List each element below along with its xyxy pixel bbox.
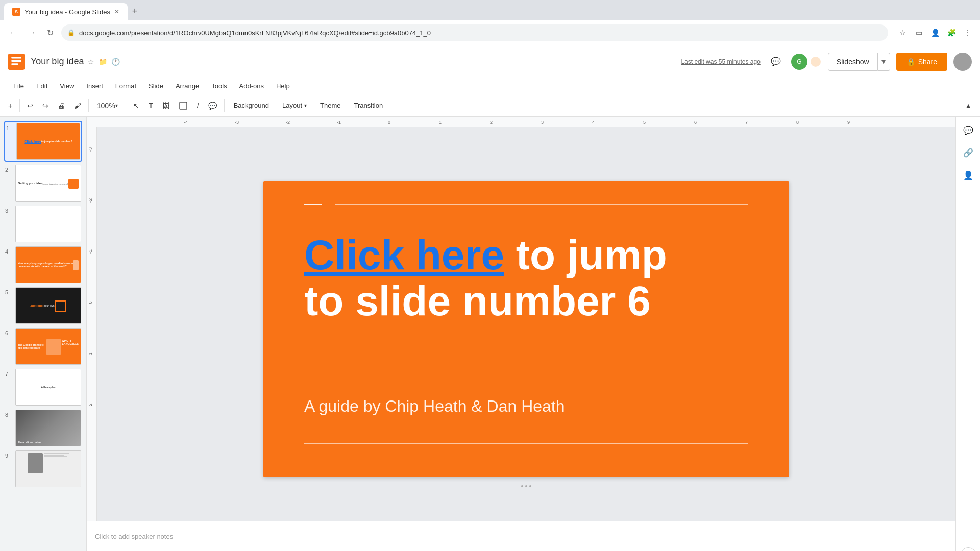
slideshow-dropdown-button[interactable]: ▾ — [878, 53, 890, 71]
menu-help[interactable]: Help — [271, 80, 295, 92]
slide-top-long-line — [335, 204, 748, 205]
slide-item-5[interactable]: 5 Just one! Your own. — [4, 286, 82, 325]
slide-number-4: 4 — [5, 246, 13, 255]
share-accounts-icon — [810, 56, 822, 68]
menu-arrange[interactable]: Arrange — [170, 80, 204, 92]
theme-button[interactable]: Theme — [314, 97, 347, 114]
paint-format-button[interactable]: 🖌 — [70, 97, 85, 114]
image-tool-button[interactable]: 🖼 — [158, 97, 174, 114]
svg-text:4: 4 — [592, 120, 595, 125]
slide-thumbnail-2: Selling your idea Lorem ipsum text here … — [15, 165, 81, 202]
shape-tool-button[interactable] — [175, 97, 192, 114]
slide-thumbnail-5: Just one! Your own. — [15, 287, 81, 324]
more-icon[interactable]: ⋮ — [962, 27, 974, 39]
slide-number-1: 1 — [6, 123, 14, 131]
address-bar[interactable]: 🔒 docs.google.com/presentation/d/1ROchrv… — [61, 24, 888, 41]
tab-close-button[interactable]: ✕ — [114, 8, 119, 15]
slide-item-9[interactable]: 9 — [4, 449, 82, 488]
menu-insert[interactable]: Insert — [81, 80, 108, 92]
transition-button[interactable]: Transition — [348, 97, 389, 114]
active-tab[interactable]: S Your big idea - Google Slides ✕ — [4, 3, 128, 20]
menu-view[interactable]: View — [55, 80, 79, 92]
slide-thumbnail-1: Click here to jump to slide number 6 — [16, 123, 80, 160]
slide-to-jump-text: to jump — [516, 232, 667, 278]
menu-addons[interactable]: Add-ons — [234, 80, 269, 92]
comments-button[interactable]: 💬 — [767, 53, 785, 71]
menu-file[interactable]: File — [8, 80, 29, 92]
history-icon[interactable]: 🕐 — [111, 58, 120, 66]
new-tab-button[interactable]: + — [128, 4, 142, 18]
extension-icon[interactable]: 🧩 — [945, 27, 958, 39]
browser-chrome: S Your big idea - Google Slides ✕ + ← → … — [0, 0, 980, 45]
slide-thumb-img-6: The Google Translate app can recognize N… — [16, 329, 81, 364]
slide-dot — [525, 485, 527, 487]
account-avatar[interactable] — [953, 53, 972, 71]
background-button[interactable]: Background — [228, 97, 275, 114]
svg-rect-2 — [11, 60, 21, 61]
center-area: -4 -3 -2 -1 0 1 2 3 4 5 6 7 8 9 -3 — [87, 117, 955, 551]
cursor-tool-button[interactable]: ↖ — [129, 97, 143, 114]
menu-slide[interactable]: Slide — [143, 80, 168, 92]
slide-text-line2: to slide number 6 — [304, 278, 748, 324]
svg-text:-1: -1 — [337, 120, 341, 125]
add-button[interactable]: + — [4, 97, 16, 114]
slide-item-6[interactable]: 6 The Google Translate app can recognize… — [4, 327, 82, 366]
collapse-panel-button[interactable]: ▲ — [961, 97, 976, 114]
slideshow-button-group: Slideshow ▾ — [828, 53, 890, 71]
slide-number-5: 5 — [5, 287, 13, 295]
menu-tools[interactable]: Tools — [206, 80, 232, 92]
print-button[interactable]: 🖨 — [54, 97, 69, 114]
slide-canvas-area[interactable]: Click here to jump to slide number 6 A g… — [97, 127, 955, 521]
layout-button[interactable]: Layout ▾ — [276, 97, 313, 114]
profile-icon[interactable]: 👤 — [929, 27, 941, 39]
svg-text:7: 7 — [745, 120, 748, 125]
collab-avatars: G — [791, 54, 822, 70]
menu-edit[interactable]: Edit — [31, 80, 53, 92]
slides-panel: 1 Click here to jump to slide number 6 2… — [0, 117, 87, 551]
zoom-dropdown-icon: ▾ — [115, 103, 118, 108]
slide-item-2[interactable]: 2 Selling your idea Lorem ipsum text her… — [4, 164, 82, 203]
share-label: Share — [918, 58, 937, 66]
bookmark-icon[interactable]: ☆ — [896, 27, 909, 39]
forward-button[interactable]: → — [24, 26, 39, 40]
right-panel-link-button[interactable]: 🔗 — [959, 143, 977, 162]
theme-label: Theme — [320, 102, 340, 109]
right-panel-add-button[interactable]: + — [960, 547, 976, 551]
right-panel-person-button[interactable]: 👤 — [959, 166, 977, 184]
toolbar-sep-2 — [88, 99, 89, 112]
slide-item-3[interactable]: 3 — [4, 205, 82, 243]
refresh-button[interactable]: ↻ — [43, 26, 57, 40]
zoom-button[interactable]: 100% ▾ — [92, 97, 122, 114]
slide-canvas[interactable]: Click here to jump to slide number 6 A g… — [263, 181, 789, 477]
slide-number-9: 9 — [5, 450, 13, 459]
cast-icon[interactable]: ▭ — [913, 27, 925, 39]
svg-text:-2: -2 — [88, 198, 93, 203]
slide-item-7[interactable]: 7 A Examples — [4, 368, 82, 407]
folder-icon[interactable]: 📁 — [99, 58, 107, 66]
share-button[interactable]: 🔒 Share — [896, 53, 947, 71]
speaker-notes[interactable]: Click to add speaker notes — [87, 521, 955, 551]
right-panel-chat-button[interactable]: 💬 — [959, 121, 977, 139]
layout-label: Layout — [282, 102, 302, 109]
undo-button[interactable]: ↩ — [23, 97, 37, 114]
ruler-v-svg: -3 -2 -1 0 1 2 — [87, 129, 97, 435]
tab-bar: S Your big idea - Google Slides ✕ + — [0, 0, 980, 20]
svg-text:0: 0 — [88, 301, 93, 304]
header-right: Last edit was 55 minutes ago 💬 G Slidesh… — [681, 53, 972, 71]
slide-thumbnail-8: Photo slide content — [15, 410, 81, 446]
slide-item-8[interactable]: 8 Photo slide content — [4, 409, 82, 447]
slide-item-1[interactable]: 1 Click here to jump to slide number 6 — [4, 121, 82, 162]
text-tool-button[interactable]: T — [144, 97, 157, 114]
star-icon[interactable]: ☆ — [88, 58, 94, 66]
slide-link-text[interactable]: Click here — [304, 232, 504, 278]
line-tool-button[interactable]: / — [193, 97, 203, 114]
redo-button[interactable]: ↪ — [38, 97, 53, 114]
slide-number-2: 2 — [5, 165, 13, 173]
slide-dots — [521, 485, 531, 487]
back-button[interactable]: ← — [6, 26, 20, 40]
slide-dot — [521, 485, 523, 487]
slide-item-4[interactable]: 4 How many languages do you need to know… — [4, 245, 82, 284]
slideshow-button[interactable]: Slideshow — [828, 53, 878, 71]
menu-format[interactable]: Format — [110, 80, 141, 92]
comment-tool-button[interactable]: 💬 — [204, 97, 221, 114]
